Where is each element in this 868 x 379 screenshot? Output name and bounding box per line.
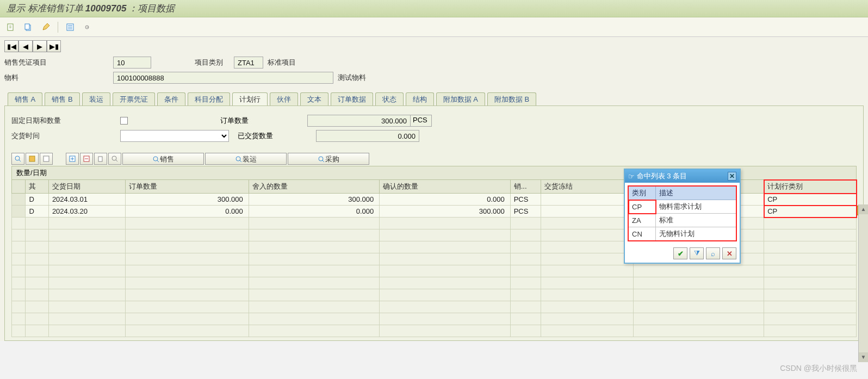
tab-13[interactable]: 附加数据 B [487, 92, 536, 105]
tab-12[interactable]: 附加数据 A [436, 92, 485, 105]
hitlist-code[interactable]: CN [629, 227, 656, 241]
orderqty-field[interactable] [307, 115, 411, 127]
col-header[interactable]: 交货日期 [48, 180, 125, 194]
item-label: 销售凭证项目 [4, 58, 113, 67]
cell[interactable]: D [26, 206, 48, 218]
copy-row-button[interactable] [94, 153, 107, 165]
tab-8[interactable]: 文本 [300, 92, 328, 105]
hitlist-code[interactable]: CP [629, 200, 656, 214]
tab-2[interactable]: 装运 [82, 92, 110, 105]
accept-button[interactable]: ✔ [673, 247, 687, 259]
first-record-button[interactable]: ▮◀ [4, 40, 18, 52]
find-button[interactable] [108, 153, 121, 165]
hitlist-popup: ☞ 命中列表 3 条目 ✕ 类别 描述 CP物料需求计划ZA标准CN无物料计划 … [624, 169, 741, 264]
popup-close-button[interactable]: ✕ [728, 172, 736, 181]
cancel-button[interactable]: ✕ [722, 247, 736, 259]
fixdate-label: 固定日期和数量 [11, 116, 120, 126]
list-icon[interactable] [65, 22, 76, 33]
col-header[interactable]: 交货冻结 [541, 180, 633, 194]
tab-5[interactable]: 科目分配 [188, 92, 230, 105]
tab-10[interactable]: 状态 [375, 92, 404, 105]
tab-6[interactable]: 计划行 [232, 92, 268, 105]
tab-9[interactable]: 订单数据 [331, 92, 373, 105]
link-icon[interactable] [82, 22, 93, 33]
category-field[interactable] [234, 57, 263, 69]
procurement-view-button[interactable]: 采购 [288, 153, 369, 165]
tab-3[interactable]: 开票凭证 [113, 92, 155, 105]
detail-button[interactable] [11, 153, 24, 165]
material-field[interactable] [113, 72, 333, 84]
sales-view-button[interactable]: 销售 [122, 153, 204, 165]
cell[interactable]: 0.000 [380, 194, 511, 206]
cell[interactable]: D [26, 194, 48, 206]
cell[interactable]: 0.000 [126, 206, 249, 218]
last-record-button[interactable]: ▶▮ [47, 40, 61, 52]
hitlist-desc[interactable]: 标准 [656, 214, 736, 227]
cell[interactable]: 300.000 [249, 194, 380, 206]
item-field[interactable] [113, 57, 151, 69]
col-category: 类别 [629, 187, 656, 200]
delivtime-select[interactable] [120, 130, 229, 142]
doc-icon[interactable] [5, 22, 16, 33]
hitlist-desc[interactable]: 无物料计划 [656, 227, 736, 241]
col-header[interactable]: 销... [510, 180, 541, 194]
vertical-scrollbar[interactable]: ▲ ▼ [858, 204, 868, 362]
category-text: 标准项目 [263, 58, 296, 67]
select-all-button[interactable] [26, 153, 39, 165]
delivtime-label: 交货时间 [11, 131, 120, 141]
col-description: 描述 [656, 187, 736, 200]
cell[interactable]: 2024.03.20 [48, 206, 125, 218]
cell[interactable]: PCS [510, 206, 541, 218]
search-button[interactable]: ⌕ [706, 247, 720, 259]
material-text: 测试物料 [333, 73, 366, 83]
window-title: 显示 标准销售订单 10009705：项目数据 [0, 0, 868, 17]
cell[interactable]: 2024.03.01 [48, 194, 125, 206]
tab-strip: 销售 A销售 B装运开票凭证条件科目分配计划行伙伴文本订单数据状态结构附加数据 … [4, 92, 864, 105]
cell-dropdown[interactable]: ▾ [541, 194, 633, 206]
popup-title: 命中列表 3 条目 [637, 171, 687, 181]
scroll-down-button[interactable]: ▼ [859, 352, 868, 362]
cell-dropdown[interactable]: ▾ [541, 206, 633, 218]
row-selector[interactable] [12, 206, 26, 218]
delivered-label: 已交货数量 [229, 131, 316, 141]
orderqty-label: 订单数量 [220, 116, 307, 126]
orderqty-unit: PCS [410, 115, 432, 127]
app-toolbar [0, 17, 868, 37]
deselect-button[interactable] [40, 153, 53, 165]
cell[interactable]: 0.000 [249, 206, 380, 218]
tab-0[interactable]: 销售 A [8, 92, 42, 105]
row-selector[interactable] [12, 194, 26, 206]
tab-4[interactable]: 条件 [157, 92, 185, 105]
next-record-button[interactable]: ▶ [33, 40, 47, 52]
scroll-up-button[interactable]: ▲ [859, 204, 868, 214]
col-header[interactable]: 舍入的数量 [249, 180, 380, 194]
col-header[interactable]: 订单数量 [126, 180, 249, 194]
filter-button[interactable]: ⧩ [690, 247, 704, 259]
prev-record-button[interactable]: ◀ [18, 40, 33, 52]
shipping-view-button[interactable]: 装运 [205, 153, 287, 165]
cell[interactable]: PCS [510, 194, 541, 206]
col-header[interactable]: 其 [26, 180, 48, 194]
category-label: 项目类别 [151, 58, 234, 67]
hitlist-desc[interactable]: 物料需求计划 [656, 200, 736, 214]
fixdate-checkbox[interactable] [120, 117, 128, 125]
tab-1[interactable]: 销售 B [45, 92, 79, 105]
tab-11[interactable]: 结构 [406, 92, 434, 105]
schedline-category-cell[interactable]: CP [764, 206, 857, 218]
copy-icon[interactable] [23, 22, 34, 33]
delivered-field[interactable] [316, 130, 419, 142]
col-header[interactable]: 计划行类别 [764, 180, 857, 194]
svg-point-12 [236, 157, 240, 161]
hitlist-code[interactable]: ZA [629, 214, 656, 227]
schedline-category-cell[interactable]: CP [764, 194, 857, 206]
hitlist-table: 类别 描述 CP物料需求计划ZA标准CN无物料计划 [628, 186, 736, 241]
tab-7[interactable]: 伙伴 [270, 92, 298, 105]
svg-point-11 [153, 157, 158, 161]
cell[interactable]: 300.000 [126, 194, 249, 206]
watermark: CSDN @我小时候很黑 [780, 364, 857, 374]
cell[interactable]: 300.000 [380, 206, 511, 218]
delete-row-button[interactable] [80, 153, 93, 165]
col-header[interactable]: 确认的数量 [380, 180, 511, 194]
insert-row-button[interactable] [66, 153, 79, 165]
edit-icon[interactable] [40, 22, 51, 33]
